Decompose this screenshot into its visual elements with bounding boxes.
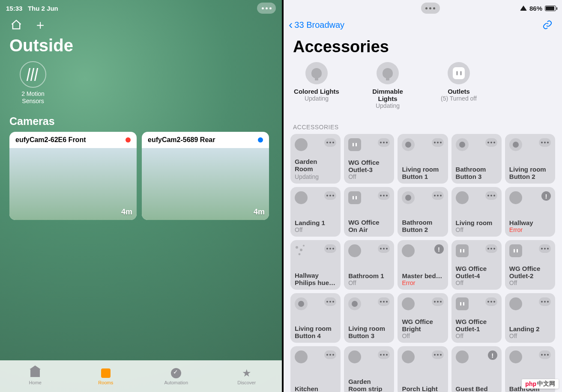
- accessory-tile[interactable]: Kitchen: [290, 346, 341, 392]
- accessory-tile[interactable]: WG Office BrightOff: [398, 293, 448, 343]
- more-icon[interactable]: [324, 244, 336, 253]
- accessory-tile[interactable]: !HallwayError: [505, 187, 555, 237]
- tile-status: Off: [348, 173, 390, 180]
- more-icon[interactable]: [432, 350, 444, 359]
- home-icon[interactable]: [9, 18, 23, 32]
- camera-name: eufyCam2-5689 Rear: [148, 136, 215, 144]
- tile-label: WG Office Outlet-4: [456, 265, 497, 280]
- bulb-icon: [402, 244, 415, 257]
- accessory-tile[interactable]: Living room Button 3: [344, 293, 394, 343]
- more-icon[interactable]: [539, 244, 551, 253]
- category-status: (5) Turned off: [441, 95, 477, 102]
- category-name: Colored Lights: [294, 88, 339, 95]
- accessory-tile[interactable]: WG Office Outlet-1Off: [451, 293, 502, 343]
- accessory-tile[interactable]: Garden Room CanvasUpdating: [290, 134, 341, 184]
- more-icon[interactable]: [324, 191, 336, 200]
- sensor-line2: Sensors: [21, 98, 45, 105]
- accessory-tile[interactable]: Hallway Philips hue…: [290, 240, 341, 290]
- category-item[interactable]: Colored LightsUpdating: [293, 62, 340, 109]
- motion-sensor-tile[interactable]: 2 Motion Sensors: [9, 61, 57, 105]
- add-button[interactable]: ＋: [33, 18, 47, 32]
- category-item[interactable]: Outlets(5) Turned off: [435, 62, 482, 109]
- more-icon[interactable]: [378, 138, 390, 147]
- tile-label: Living room Button 2: [509, 166, 551, 181]
- link-icon[interactable]: [542, 20, 553, 30]
- tile-status: Off: [456, 333, 497, 339]
- more-icon[interactable]: [432, 191, 444, 200]
- accessory-tile[interactable]: Living room Button 4: [290, 293, 341, 343]
- more-icon[interactable]: [432, 138, 444, 147]
- tile-status: Off: [509, 279, 551, 286]
- alert-icon: !: [434, 244, 444, 254]
- multitasking-dots[interactable]: [421, 3, 440, 14]
- record-dot-icon: [258, 137, 263, 143]
- camera-card[interactable]: eufyCam2-62E6 Front4m: [9, 132, 137, 220]
- accessory-tile[interactable]: Living roomOff: [451, 187, 502, 237]
- bulb-icon: [509, 350, 522, 363]
- tab-bar: Home Rooms Automation ★ Discover: [0, 360, 282, 392]
- status-time: 15:33: [6, 5, 22, 12]
- alert-icon: !: [541, 191, 551, 201]
- multitasking-dots[interactable]: [257, 3, 276, 14]
- status-bar-right: 86%: [284, 0, 562, 14]
- more-icon[interactable]: [378, 191, 390, 200]
- outlet-icon: [348, 191, 361, 204]
- tile-status: Error: [509, 226, 551, 233]
- battery-icon: [545, 6, 556, 11]
- camera-card[interactable]: eufyCam2-5689 Rear4m: [142, 132, 269, 220]
- tile-label: Guest Bed: [456, 385, 497, 392]
- more-icon[interactable]: [378, 297, 390, 306]
- outlet-icon: [509, 244, 522, 257]
- tab-discover[interactable]: ★ Discover: [212, 360, 282, 392]
- back-button[interactable]: ‹ 33 Broadway: [289, 18, 344, 32]
- back-label: 33 Broadway: [294, 20, 344, 30]
- accessory-tile[interactable]: Bathroom 1Off: [344, 240, 394, 290]
- tile-label: WG Office Bright: [402, 318, 443, 333]
- switch-icon: [456, 138, 469, 151]
- accessory-tile[interactable]: Porch Light: [398, 346, 448, 392]
- accessory-tile[interactable]: Landing 2Off: [505, 293, 555, 343]
- tile-label: Garden Room strip: [348, 378, 390, 392]
- tile-status: Updating: [295, 173, 336, 180]
- more-icon[interactable]: [378, 350, 390, 359]
- accessory-tile[interactable]: Living room Button 1: [398, 134, 448, 184]
- more-icon[interactable]: [539, 297, 551, 306]
- accessory-tile[interactable]: WG Office On Air: [344, 187, 394, 237]
- accessory-tile[interactable]: Landing 1Off: [290, 187, 341, 237]
- more-icon[interactable]: [432, 297, 444, 306]
- tile-label: Bathroom 1: [348, 272, 390, 279]
- more-icon[interactable]: [539, 350, 551, 359]
- tab-home[interactable]: Home: [0, 360, 71, 392]
- more-icon[interactable]: [539, 138, 551, 147]
- more-icon[interactable]: [324, 350, 336, 359]
- bulb-icon: [305, 62, 328, 84]
- more-icon[interactable]: [485, 138, 497, 147]
- cameras-heading: Cameras: [0, 105, 282, 132]
- accessory-tile[interactable]: !Master bed…Error: [398, 240, 448, 290]
- outlet-icon: [456, 297, 469, 310]
- alert-icon: !: [488, 350, 497, 360]
- category-item[interactable]: Dimmable LightsUpdating: [364, 62, 411, 109]
- bulb-icon: [456, 350, 469, 363]
- tab-rooms[interactable]: Rooms: [71, 360, 141, 392]
- accessory-tile[interactable]: WG Office Outlet-2Off: [505, 240, 555, 290]
- more-icon[interactable]: [485, 297, 497, 306]
- accessory-tile[interactable]: Bathroom Button 2: [398, 187, 448, 237]
- more-icon[interactable]: [324, 297, 336, 306]
- more-icon[interactable]: [485, 244, 497, 253]
- tile-label: Landing 2: [509, 325, 551, 333]
- accessory-tile[interactable]: Garden Room strip: [344, 346, 394, 392]
- more-icon[interactable]: [378, 244, 390, 253]
- tile-label: Bathroom Button 2: [402, 219, 443, 234]
- accessory-tile[interactable]: WG Office Outlet-3Off: [344, 134, 394, 184]
- more-icon[interactable]: [324, 138, 336, 147]
- tab-automation[interactable]: Automation: [141, 360, 212, 392]
- accessory-tile[interactable]: Bathroom Button 3: [451, 134, 502, 184]
- more-icon[interactable]: [485, 191, 497, 200]
- accessory-tile[interactable]: Living room Button 2: [505, 134, 555, 184]
- accessory-tile[interactable]: WG Office Outlet-4Off: [451, 240, 502, 290]
- tile-label: WG Office Outlet-1: [456, 318, 497, 333]
- status-bar-left: 15:33 Thu 2 Jun: [0, 0, 282, 14]
- home-app-panel: 15:33 Thu 2 Jun ＋ Outside 2 Motion Senso…: [0, 0, 282, 392]
- accessory-tile[interactable]: !Guest Bed: [451, 346, 502, 392]
